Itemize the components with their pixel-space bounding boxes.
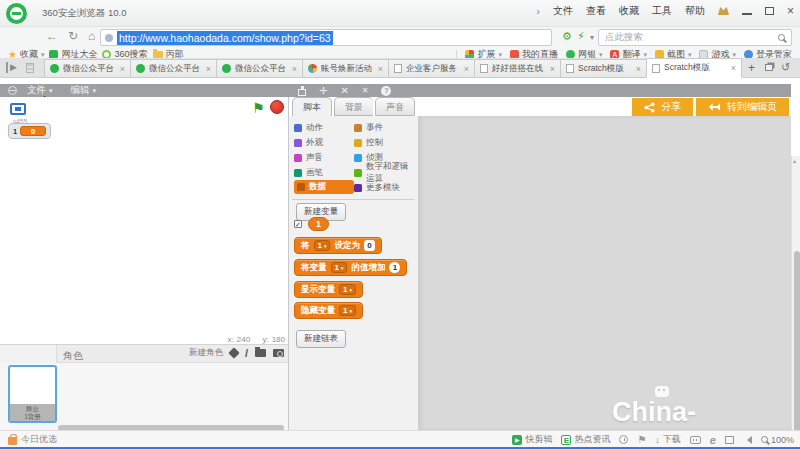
stop-button[interactable] [270, 100, 284, 114]
scrollbar-thumb[interactable] [794, 251, 800, 449]
speaker-icon[interactable] [743, 436, 752, 444]
category-pen[interactable]: 画笔 [294, 165, 354, 180]
window-titlebar: 360安全浏览器 10.0 › 文件 查看 收藏 工具 帮助 × [0, 0, 800, 27]
chevron-right-icon[interactable]: › [536, 5, 540, 17]
refresh-button[interactable]: ↻ [68, 29, 78, 43]
new-tab-button[interactable]: + [748, 61, 755, 75]
sprite-library-icon[interactable] [228, 347, 239, 358]
block-hide-variable[interactable]: 隐藏变量 1▾ [294, 302, 363, 319]
search-box[interactable]: 点此搜索 [598, 29, 792, 46]
folder-icon [153, 51, 163, 58]
download-icon: ↓ [655, 435, 660, 445]
menu-favorites[interactable]: 收藏 [619, 4, 639, 18]
green-flag-icon[interactable]: ⚑ [252, 100, 265, 116]
minimize-button[interactable] [742, 13, 752, 15]
block-change-variable[interactable]: 将变量 1▾ 的值增加 1 [294, 259, 407, 276]
grow-sprite-icon[interactable]: ✕ [340, 85, 348, 96]
tab-account-activity[interactable]: 账号焕新活动 × [302, 59, 388, 78]
stage-area[interactable]: v455 ⚑ 1 0 [6, 97, 288, 344]
ie-mode-icon[interactable]: e [710, 434, 716, 446]
menu-file[interactable]: 文件 [553, 4, 573, 18]
tab-close-icon[interactable]: × [206, 64, 211, 74]
goto-edit-button[interactable]: 转到编辑页 [696, 98, 789, 116]
tab-haohaodada[interactable]: 好好搭搭在线 × [474, 59, 560, 78]
maximize-button[interactable] [765, 7, 774, 15]
tab-sounds[interactable]: 声音 [375, 97, 415, 116]
url-text[interactable]: http://www.haohaodada.com/show.php?id=63 [117, 31, 333, 45]
tab-scratch-template-2-active[interactable]: Scratch模版 × [646, 58, 742, 78]
back-button[interactable]: ← [46, 29, 58, 43]
editor-menu-edit[interactable]: 编辑▾ [71, 84, 97, 97]
close-button[interactable]: × [787, 5, 794, 17]
side-panel-toggle-icon[interactable]: ▶ [6, 62, 17, 73]
window-mode-icon[interactable] [725, 436, 734, 444]
theme-icon[interactable] [718, 7, 729, 15]
tab-close-icon[interactable]: × [731, 63, 736, 73]
presentation-mode-icon[interactable] [10, 103, 26, 115]
history-clock-icon[interactable] [619, 435, 628, 444]
category-more-blocks[interactable]: 更多模块 [354, 180, 400, 195]
scroll-up-icon[interactable]: ▴ [793, 157, 796, 164]
upload-sprite-icon[interactable] [255, 349, 266, 357]
variable-reporter-block[interactable]: 1 [308, 217, 329, 231]
tab-bar: ▶ 微信公众平台 × 微信公众平台 × 微信公众平台 × 账号焕新活动 × 企业… [0, 58, 800, 78]
share-button[interactable]: 分享 [632, 98, 693, 116]
quick-editor[interactable]: ▶ 快剪辑 [512, 433, 552, 446]
category-sound[interactable]: 声音 [294, 150, 354, 165]
adblock-gear-icon[interactable]: ⚙ [562, 30, 572, 43]
tab-scripts[interactable]: 脚本 [292, 97, 332, 117]
category-motion[interactable]: 动作 [294, 120, 354, 135]
tab-scratch-template-1[interactable]: Scratch模版 × [560, 59, 646, 78]
tab-close-icon[interactable]: × [292, 64, 297, 74]
daily-picks[interactable]: 今日优选 [8, 431, 57, 448]
tab-close-icon[interactable]: × [120, 64, 125, 74]
tab-backdrops[interactable]: 背景 [334, 97, 373, 116]
menu-help[interactable]: 帮助 [685, 4, 705, 18]
duplicate-stamp-icon[interactable] [298, 89, 306, 96]
tab-list-icon[interactable] [765, 64, 773, 71]
restore-tab-icon[interactable]: ↺ [781, 61, 790, 74]
make-list-button[interactable]: 新建链表 [296, 330, 346, 348]
watcher-checkbox[interactable]: ✓ [294, 220, 302, 228]
category-looks[interactable]: 外观 [294, 135, 354, 150]
watermark-logo-icon [655, 386, 669, 397]
shrink-sprite-icon[interactable]: ✕ [362, 86, 369, 95]
tab-close-icon[interactable]: × [550, 64, 555, 74]
menu-tools[interactable]: 工具 [652, 4, 672, 18]
script-workspace[interactable]: China-Scratch [418, 116, 791, 430]
tab-grip-icon[interactable] [26, 63, 34, 73]
variable-watcher[interactable]: 1 0 [8, 123, 51, 139]
paint-sprite-icon[interactable]: / [245, 347, 248, 359]
shopping-bag-icon [8, 437, 17, 445]
zoom-control[interactable]: 100% [761, 435, 794, 445]
search-icon[interactable] [778, 34, 785, 41]
tab-enterprise-service[interactable]: 企业客户服务 × [388, 59, 474, 78]
tab-close-icon[interactable]: × [378, 64, 383, 74]
tab-wechat-1[interactable]: 微信公众平台 × [44, 59, 130, 78]
url-dropdown-icon[interactable]: ▾ [590, 33, 594, 42]
category-control[interactable]: 控制 [354, 135, 383, 150]
language-globe-icon[interactable] [8, 86, 17, 95]
block-set-variable[interactable]: 将 1▾ 设定为 0 [294, 237, 382, 254]
block-show-variable[interactable]: 显示变量 1▾ [294, 281, 363, 298]
camera-sprite-icon[interactable] [273, 349, 284, 357]
home-button[interactable]: ⌂ [88, 29, 95, 43]
menu-view[interactable]: 查看 [586, 4, 606, 18]
tab-close-icon[interactable]: × [636, 64, 641, 74]
category-operators[interactable]: 数字和逻辑运算 [354, 165, 416, 180]
address-bar[interactable]: http://www.haohaodada.com/show.php?id=63 [100, 29, 552, 46]
report-flag-icon[interactable]: ⚑ [637, 434, 646, 445]
stage-thumbnail[interactable]: 舞台 1背景 [8, 365, 57, 423]
block-help-icon[interactable]: ? [381, 86, 391, 96]
download-manager[interactable]: ↓ 下载 [655, 433, 681, 446]
feedback-bubble-icon[interactable] [690, 436, 701, 444]
delete-icon[interactable]: ✛ [319, 85, 327, 96]
tab-wechat-3[interactable]: 微信公众平台 × [216, 59, 302, 78]
tab-close-icon[interactable]: × [464, 64, 469, 74]
hot-news[interactable]: E 热点资讯 [561, 433, 610, 446]
vertical-scrollbar[interactable]: ▴ ▾ [791, 156, 800, 449]
speedup-lightning-icon[interactable]: ⚡ [577, 30, 585, 43]
category-events[interactable]: 事件 [354, 120, 383, 135]
category-data-selected[interactable]: 数据 [294, 180, 354, 194]
tab-wechat-2[interactable]: 微信公众平台 × [130, 59, 216, 78]
